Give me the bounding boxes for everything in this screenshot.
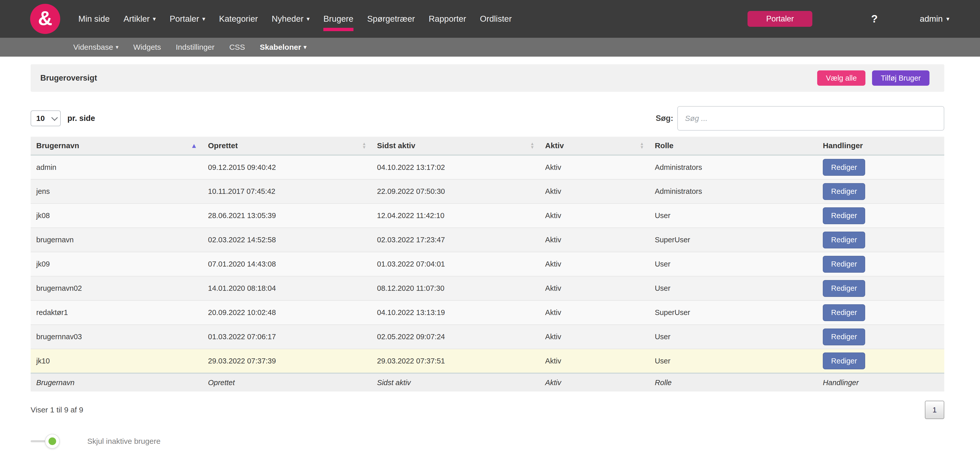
subnav-item-indstillinger[interactable]: Indstillinger xyxy=(169,43,222,51)
main-content: Brugeroversigt Vælg alle Tilføj Bruger 1… xyxy=(0,64,980,449)
cell-actions: Rediger xyxy=(817,349,944,373)
cell-last-active: 02.03.2022 17:23:47 xyxy=(371,228,539,252)
rediger-button[interactable]: Rediger xyxy=(823,352,865,369)
column-header-aktiv[interactable]: Aktiv ▲▼ xyxy=(539,137,649,155)
search-input[interactable] xyxy=(677,106,944,130)
table-footer-row: Brugernavn Oprettet Sidst aktiv Aktiv Ro… xyxy=(30,373,944,392)
column-header-brugernavn[interactable]: Brugernavn ▲ xyxy=(30,137,202,155)
nav-item-min-side[interactable]: Min side xyxy=(72,0,117,38)
user-menu[interactable]: admin ▾ xyxy=(920,14,950,24)
subnav-item-widgets[interactable]: Widgets xyxy=(126,43,168,51)
cell-actions: Rediger xyxy=(817,203,944,228)
portaler-button[interactable]: Portaler xyxy=(748,11,812,27)
footer-handlinger: Handlinger xyxy=(817,373,944,392)
rediger-button[interactable]: Rediger xyxy=(823,304,865,321)
cell-status: Aktiv xyxy=(539,276,649,300)
nav-item-kategorier[interactable]: Kategorier xyxy=(212,0,265,38)
chevron-down-icon: ▾ xyxy=(202,15,205,22)
subnav-item-css[interactable]: CSS xyxy=(222,43,252,51)
table-info-row: Viser 1 til 9 af 9 1 xyxy=(30,401,944,419)
toggle-knob-icon xyxy=(45,434,60,449)
page-size-select[interactable]: 10 xyxy=(30,110,61,126)
cell-last-active: 12.04.2022 11:42:10 xyxy=(371,203,539,228)
nav-item-sporgetraeer[interactable]: Spørgetræer xyxy=(360,0,422,38)
table-row: brugernnav0301.03.2022 07:06:1702.05.202… xyxy=(30,325,944,349)
cell-status: Aktiv xyxy=(539,155,649,179)
help-icon[interactable]: ? xyxy=(871,13,878,25)
cell-role: User xyxy=(649,349,818,373)
subnav-item-skabeloner[interactable]: Skabeloner ▾ xyxy=(252,43,314,51)
chevron-down-icon: ▾ xyxy=(304,44,307,51)
cell-username: jk09 xyxy=(30,252,202,276)
cell-last-active: 01.03.2022 07:04:01 xyxy=(371,252,539,276)
cell-username: jens xyxy=(30,179,202,203)
nav-item-artikler[interactable]: Artikler ▾ xyxy=(117,0,163,38)
cell-actions: Rediger xyxy=(817,228,944,252)
select-all-button[interactable]: Vælg alle xyxy=(817,70,865,86)
cell-username: brugernavn xyxy=(30,228,202,252)
cell-username: jk08 xyxy=(30,203,202,228)
chevron-down-icon xyxy=(51,114,58,121)
sort-icon: ▲▼ xyxy=(362,142,366,149)
cell-created: 02.03.2022 14:52:58 xyxy=(202,228,371,252)
table-header-row: Brugernavn ▲ Oprettet ▲▼ Sidst aktiv ▲▼ xyxy=(30,137,944,155)
cell-last-active: 08.12.2020 11:07:30 xyxy=(371,276,539,300)
nav-item-ordlister[interactable]: Ordlister xyxy=(473,0,519,38)
cell-actions: Rediger xyxy=(817,252,944,276)
cell-created: 10.11.2017 07:45:42 xyxy=(202,179,371,203)
cell-actions: Rediger xyxy=(817,179,944,203)
top-nav-right: Portaler ? admin ▾ xyxy=(748,11,950,27)
rediger-button[interactable]: Rediger xyxy=(823,329,865,345)
nav-item-portaler[interactable]: Portaler ▾ xyxy=(163,0,212,38)
cell-last-active: 22.09.2022 07:50:30 xyxy=(371,179,539,203)
nav-item-nyheder[interactable]: Nyheder ▾ xyxy=(265,0,317,38)
cell-created: 29.03.2022 07:37:39 xyxy=(202,349,371,373)
rediger-button[interactable]: Rediger xyxy=(823,280,865,297)
cell-last-active: 04.10.2022 13:13:19 xyxy=(371,300,539,325)
cell-actions: Rediger xyxy=(817,155,944,179)
rediger-button[interactable]: Rediger xyxy=(823,183,865,200)
nav-item-rapporter[interactable]: Rapporter xyxy=(422,0,473,38)
footer-rolle: Rolle xyxy=(649,373,818,392)
toggle-on-dot-icon xyxy=(48,437,56,445)
header-buttons: Vælg alle Tilføj Bruger xyxy=(817,70,935,86)
page-header: Brugeroversigt Vælg alle Tilføj Bruger xyxy=(30,64,944,92)
cell-created: 09.12.2015 09:40:42 xyxy=(202,155,371,179)
column-header-handlinger: Handlinger xyxy=(817,137,944,155)
chevron-down-icon: ▾ xyxy=(307,15,310,22)
cell-last-active: 29.03.2022 07:37:51 xyxy=(371,349,539,373)
user-name: admin xyxy=(920,14,943,24)
pagination-page-1-button[interactable]: 1 xyxy=(925,401,944,419)
hide-inactive-toggle[interactable] xyxy=(30,434,56,449)
sort-ascending-icon: ▲ xyxy=(191,142,197,150)
table-controls: 10 pr. side Søg: xyxy=(30,106,944,130)
chevron-down-icon: ▾ xyxy=(116,44,118,51)
column-header-oprettet[interactable]: Oprettet ▲▼ xyxy=(202,137,371,155)
cell-role: SuperUser xyxy=(649,300,818,325)
add-user-button[interactable]: Tilføj Bruger xyxy=(872,70,929,86)
cell-status: Aktiv xyxy=(539,203,649,228)
cell-actions: Rediger xyxy=(817,300,944,325)
rediger-button[interactable]: Rediger xyxy=(823,256,865,273)
hide-inactive-row: Skjul inaktive brugere xyxy=(30,434,944,449)
cell-status: Aktiv xyxy=(539,325,649,349)
nav-item-brugere[interactable]: Brugere xyxy=(317,0,360,38)
table-body: admin09.12.2015 09:40:4204.10.2022 13:17… xyxy=(30,155,944,373)
column-header-sidst-aktiv[interactable]: Sidst aktiv ▲▼ xyxy=(371,137,539,155)
hide-inactive-label: Skjul inaktive brugere xyxy=(87,437,161,446)
cell-actions: Rediger xyxy=(817,276,944,300)
cell-status: Aktiv xyxy=(539,252,649,276)
table-row: jens10.11.2017 07:45:4222.09.2022 07:50:… xyxy=(30,179,944,203)
page-size-value: 10 xyxy=(36,114,45,123)
table-row: jk1029.03.2022 07:37:3929.03.2022 07:37:… xyxy=(30,349,944,373)
brand-logo[interactable]: & xyxy=(30,4,60,34)
cell-username: brugernnav03 xyxy=(30,325,202,349)
rediger-button[interactable]: Rediger xyxy=(823,159,865,176)
cell-username: jk10 xyxy=(30,349,202,373)
per-page-label: pr. side xyxy=(67,114,95,123)
rediger-button[interactable]: Rediger xyxy=(823,232,865,248)
subnav-item-vidensbase[interactable]: Vidensbase ▾ xyxy=(66,43,126,51)
cell-role: User xyxy=(649,276,818,300)
cell-created: 01.03.2022 07:06:17 xyxy=(202,325,371,349)
rediger-button[interactable]: Rediger xyxy=(823,207,865,224)
